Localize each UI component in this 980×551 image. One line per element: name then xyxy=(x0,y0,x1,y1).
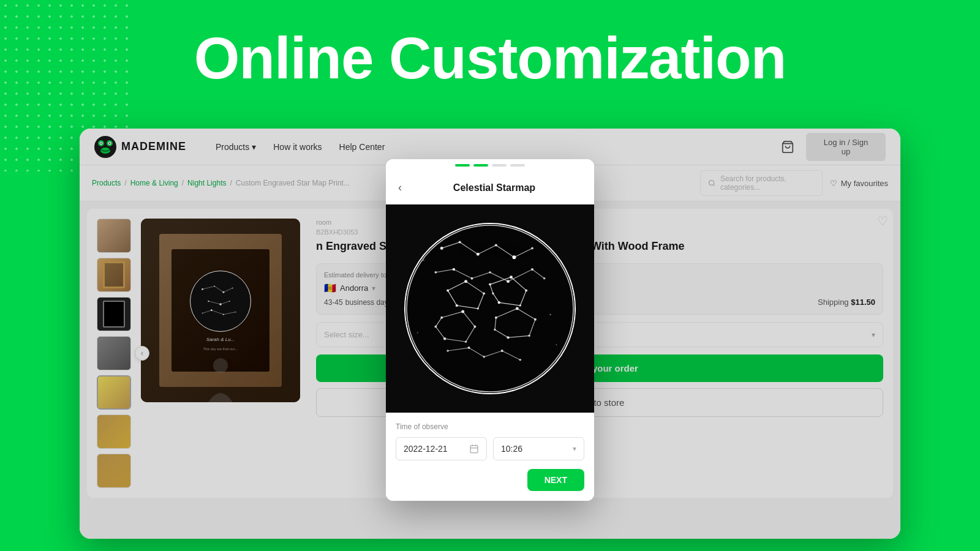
svg-point-95 xyxy=(562,253,563,255)
svg-point-64 xyxy=(464,280,467,283)
modal-starmap xyxy=(386,204,594,413)
modal-back-button[interactable]: ‹ xyxy=(396,179,404,197)
svg-point-65 xyxy=(483,292,485,294)
svg-point-80 xyxy=(495,317,497,319)
svg-point-74 xyxy=(440,317,443,319)
svg-point-68 xyxy=(489,283,491,286)
page-title: Online Customization xyxy=(0,24,980,92)
svg-point-66 xyxy=(477,307,480,310)
svg-point-51 xyxy=(459,241,461,244)
svg-point-79 xyxy=(434,326,437,328)
progress-dot-2 xyxy=(473,164,488,167)
time-observe-label: Time of observe xyxy=(396,422,584,431)
svg-point-90 xyxy=(519,359,522,361)
svg-point-69 xyxy=(510,276,513,279)
time-inputs: 2022-12-21 10:26 ▾ xyxy=(396,437,584,460)
svg-point-87 xyxy=(468,347,470,349)
modal-overlay: ‹ Celestial Starmap xyxy=(80,129,900,539)
svg-point-86 xyxy=(447,350,449,352)
svg-point-85 xyxy=(494,329,496,331)
modal-bottom: Time of observe 2022-12-21 10:26 ▾ NEXT xyxy=(386,413,594,501)
date-input[interactable]: 2022-12-21 xyxy=(396,437,487,460)
svg-point-71 xyxy=(519,304,522,307)
time-input[interactable]: 10:26 ▾ xyxy=(493,437,584,460)
chevron-down-icon: ▾ xyxy=(573,444,576,453)
progress-dot-3 xyxy=(492,164,507,167)
svg-point-81 xyxy=(516,307,519,310)
constellation-svg xyxy=(405,224,575,393)
svg-point-84 xyxy=(507,336,509,339)
svg-point-89 xyxy=(501,350,503,352)
svg-point-82 xyxy=(534,318,537,321)
calendar-icon xyxy=(469,444,479,454)
svg-point-78 xyxy=(443,337,446,340)
progress-dot-4 xyxy=(510,164,525,167)
svg-point-76 xyxy=(473,326,476,328)
svg-point-97 xyxy=(553,369,554,370)
svg-rect-99 xyxy=(470,446,478,453)
svg-point-60 xyxy=(507,280,510,283)
modal-title: Celestial Starmap xyxy=(404,182,584,193)
svg-point-57 xyxy=(453,268,455,271)
svg-point-83 xyxy=(528,335,530,337)
progress-dot-1 xyxy=(455,164,470,167)
svg-point-53 xyxy=(495,244,497,247)
svg-point-58 xyxy=(470,277,473,280)
svg-point-63 xyxy=(447,289,449,291)
svg-point-70 xyxy=(525,289,527,291)
svg-point-72 xyxy=(498,301,500,304)
svg-point-75 xyxy=(461,310,464,313)
star-circle xyxy=(404,223,576,394)
svg-point-93 xyxy=(556,344,557,345)
svg-point-88 xyxy=(483,356,485,358)
svg-point-73 xyxy=(492,293,494,295)
svg-point-55 xyxy=(531,247,533,249)
svg-point-56 xyxy=(435,271,437,274)
progress-indicator xyxy=(386,159,594,171)
next-button[interactable]: NEXT xyxy=(527,469,584,491)
svg-point-50 xyxy=(440,247,443,250)
svg-point-67 xyxy=(456,304,458,307)
modal: ‹ Celestial Starmap xyxy=(386,159,594,501)
svg-point-62 xyxy=(543,277,546,280)
svg-point-77 xyxy=(465,340,467,343)
svg-point-94 xyxy=(417,332,418,333)
svg-point-52 xyxy=(477,253,480,256)
svg-point-59 xyxy=(489,271,491,274)
modal-header: ‹ Celestial Starmap xyxy=(386,171,594,204)
svg-point-96 xyxy=(426,369,428,370)
svg-point-61 xyxy=(531,268,533,271)
svg-point-91 xyxy=(423,260,424,261)
svg-point-54 xyxy=(512,255,516,259)
svg-point-92 xyxy=(549,314,551,315)
browser-window: MADEMINE Products ▾ How it works Help Ce… xyxy=(80,129,900,539)
